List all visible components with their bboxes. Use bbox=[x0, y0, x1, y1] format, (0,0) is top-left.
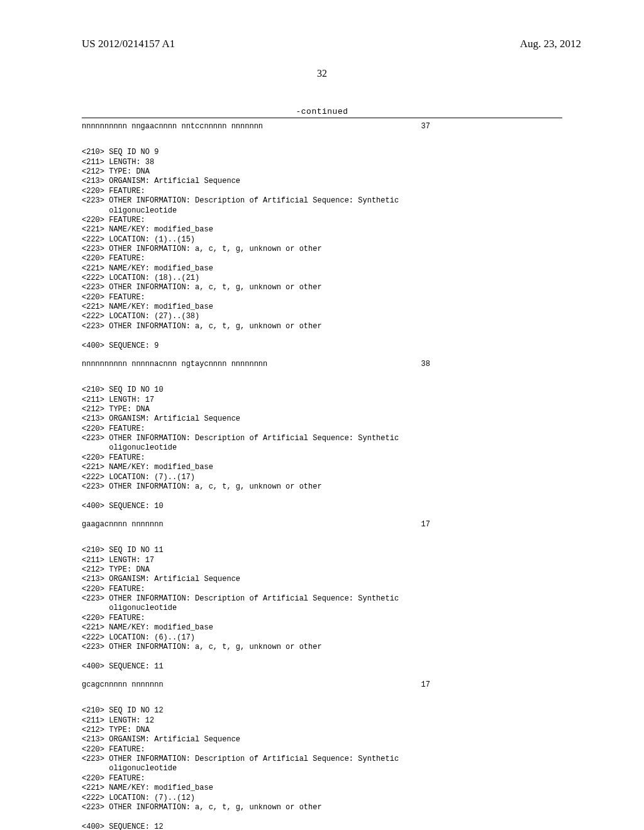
page-number: 32 bbox=[0, 68, 644, 79]
page: US 2012/0214157 A1 Aug. 23, 2012 32 -con… bbox=[0, 0, 644, 830]
sequence-11-length: 17 bbox=[421, 680, 430, 690]
sequence-10-text: gaagacnnnn nnnnnnn bbox=[82, 520, 164, 529]
seq-block-10: <210> SEQ ID NO 10 <211> LENGTH: 17 <212… bbox=[0, 382, 644, 511]
publication-number: US 2012/0214157 A1 bbox=[82, 38, 175, 50]
sequence-9-length: 38 bbox=[421, 360, 430, 369]
sequence-8-row: nnnnnnnnnn nngaacnnnn nntccnnnnn nnnnnnn… bbox=[0, 122, 644, 131]
sequence-11-text: gcagcnnnnn nnnnnnn bbox=[82, 680, 164, 690]
sequence-10-row: gaagacnnnn nnnnnnn 17 bbox=[0, 520, 644, 529]
continued-label: -continued bbox=[0, 107, 644, 116]
sequence-10-length: 17 bbox=[421, 520, 430, 529]
sequence-8-text: nnnnnnnnnn nngaacnnnn nntccnnnnn nnnnnnn bbox=[82, 122, 263, 131]
page-header: US 2012/0214157 A1 Aug. 23, 2012 bbox=[0, 38, 644, 50]
sequence-9-row: nnnnnnnnnn nnnnnacnnn ngtaycnnnn nnnnnnn… bbox=[0, 360, 644, 369]
sequence-9-text: nnnnnnnnnn nnnnnacnnn ngtaycnnnn nnnnnnn… bbox=[82, 360, 267, 369]
seq-block-9: <210> SEQ ID NO 9 <211> LENGTH: 38 <212>… bbox=[0, 144, 644, 351]
seq-block-12: <210> SEQ ID NO 12 <211> LENGTH: 12 <212… bbox=[0, 702, 644, 830]
top-rule bbox=[82, 118, 562, 118]
publication-date: Aug. 23, 2012 bbox=[520, 38, 581, 50]
sequence-11-row: gcagcnnnnn nnnnnnn 17 bbox=[0, 680, 644, 690]
sequence-8-length: 37 bbox=[421, 122, 430, 131]
seq-block-11: <210> SEQ ID NO 11 <211> LENGTH: 17 <212… bbox=[0, 542, 644, 672]
